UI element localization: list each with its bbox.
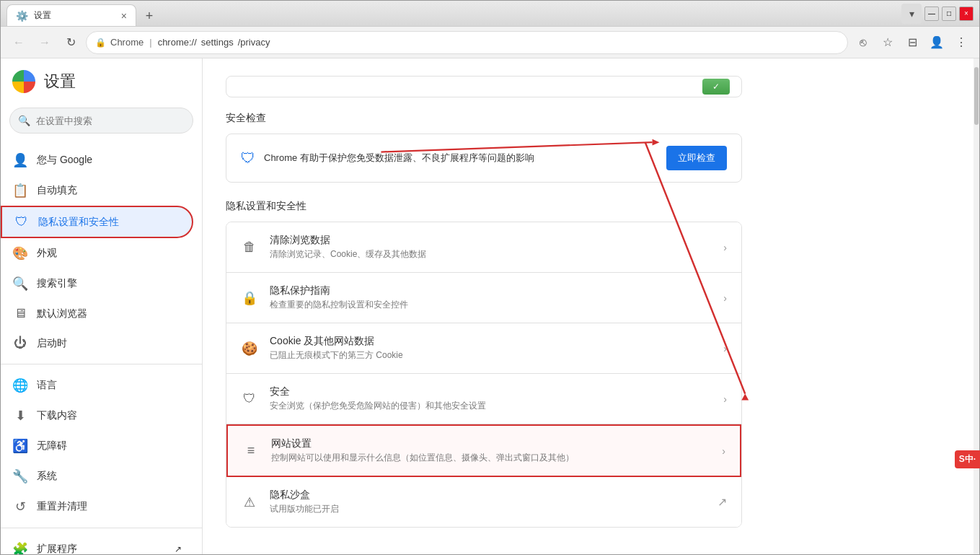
browser-icon: 🖥	[12, 306, 28, 321]
sidebar-item-google-account[interactable]: 👤 您与 Google	[1, 145, 193, 175]
item-content: 清除浏览数据 清除浏览记录、Cookie、缓存及其他数据	[270, 234, 712, 261]
sidebar-item-label: 重置并清理	[37, 500, 87, 513]
address-separator: |	[149, 37, 151, 48]
nav-actions: ⎋ ☆ ⊟ 👤 ⋮	[852, 32, 972, 53]
tab-area: ⚙️ 设置 × +	[6, 1, 899, 26]
sidebar-header: 设置	[1, 70, 202, 108]
back-button[interactable]: ←	[8, 32, 30, 53]
scrollbar-thumb[interactable]	[974, 67, 979, 125]
sidebar-item-label: 搜索引擎	[37, 277, 77, 290]
sidebar-item-extensions[interactable]: 🧩 扩展程序 ↗	[1, 534, 193, 554]
privacy-item-site-settings[interactable]: ≡ 网站设置 控制网站可以使用和显示什么信息（如位置信息、摄像头、弹出式窗口及其…	[226, 424, 741, 477]
sidebar-item-reset[interactable]: ↺ 重置并清理	[1, 491, 193, 522]
autofill-icon: 📋	[12, 183, 28, 198]
maximize-button[interactable]: □	[942, 6, 956, 21]
safety-check-card: 🛡 Chrome 有助于保护您免受数据泄露、不良扩展程序等问题的影响 立即检查	[226, 134, 742, 183]
tab-strip-dropdown[interactable]: ▾	[901, 4, 922, 24]
item-content: 网站设置 控制网站可以使用和显示什么信息（如位置信息、摄像头、弹出式窗口及其他）	[271, 437, 710, 464]
partial-top-card: ✓	[226, 76, 742, 97]
privacy-item-security[interactable]: 🛡 安全 安全浏览（保护您免受危险网站的侵害）和其他安全设置 ›	[226, 374, 741, 424]
title-bar-controls: ▾ — □ ×	[901, 4, 974, 24]
sidebar-divider-2	[1, 528, 202, 528]
sidebar-item-label: 默认浏览器	[37, 307, 87, 320]
accessibility-icon: ♿	[12, 438, 28, 454]
sidebar-item-accessibility[interactable]: ♿ 无障碍	[1, 431, 193, 461]
safety-check-text: Chrome 有助于保护您免受数据泄露、不良扩展程序等问题的影响	[264, 152, 534, 165]
privacy-item-clear-browsing[interactable]: 🗑 清除浏览数据 清除浏览记录、Cookie、缓存及其他数据 ›	[226, 222, 741, 273]
sidebar-item-downloads[interactable]: ⬇ 下载内容	[1, 401, 193, 431]
tab-close-button[interactable]: ×	[121, 10, 127, 22]
external-link-icon: ↗	[718, 495, 727, 509]
sidebar-search-container: 🔍	[9, 108, 193, 134]
sidebar-item-privacy[interactable]: 🛡 隐私设置和安全性	[1, 206, 193, 238]
scrollbar[interactable]	[974, 58, 979, 554]
privacy-section-title: 隐私设置和安全性	[226, 200, 742, 213]
menu-button[interactable]: ⋮	[950, 32, 972, 53]
item-content: Cookie 及其他网站数据 已阻止无痕模式下的第三方 Cookie	[270, 335, 712, 362]
partial-green-button[interactable]: ✓	[702, 79, 730, 95]
item-title: 隐私沙盒	[270, 489, 706, 502]
sidebar-item-appearance[interactable]: 🎨 外观	[1, 238, 193, 268]
item-title: 清除浏览数据	[270, 234, 712, 247]
settings-page-title: 设置	[44, 71, 76, 92]
sidebar-search-input[interactable]	[9, 108, 193, 134]
startup-icon: ⏻	[12, 336, 28, 351]
item-title: Cookie 及其他网站数据	[270, 335, 712, 348]
title-bar: ⚙️ 设置 × + ▾ — □ ×	[1, 1, 979, 27]
external-link-icon: ↗	[175, 544, 182, 554]
site-settings-icon: ≡	[242, 443, 260, 458]
privacy-item-privacy-sandbox[interactable]: ⚠ 隐私沙盒 试用版功能已开启 ↗	[226, 477, 741, 527]
item-content: 隐私沙盒 试用版功能已开启	[270, 489, 706, 515]
sidebar-item-search[interactable]: 🔍 搜索引擎	[1, 268, 193, 299]
sandbox-icon: ⚠	[241, 494, 258, 510]
sidebar-divider	[1, 364, 202, 364]
sidebar-item-label: 自动填充	[37, 184, 77, 197]
item-title: 隐私保护指南	[270, 284, 712, 297]
item-title: 安全	[270, 385, 712, 398]
nav-bar: ← → ↻ 🔒 Chrome | chrome://settings/priva…	[1, 27, 979, 58]
item-content: 安全 安全浏览（保护您免受危险网站的侵害）和其他安全设置	[270, 385, 712, 412]
address-bar[interactable]: 🔒 Chrome | chrome://settings/privacy	[86, 31, 848, 54]
sidebar-item-default-browser[interactable]: 🖥 默认浏览器	[1, 299, 193, 328]
split-screen-button[interactable]: ⊟	[901, 32, 923, 53]
item-desc: 已阻止无痕模式下的第三方 Cookie	[270, 349, 712, 362]
trash-icon: 🗑	[241, 240, 258, 255]
item-desc: 安全浏览（保护您免受危险网站的侵害）和其他安全设置	[270, 400, 712, 412]
minimize-button[interactable]: —	[924, 6, 939, 21]
account-button[interactable]: 👤	[926, 32, 948, 53]
shield-icon: 🛡	[14, 214, 30, 230]
sidebar-item-language[interactable]: 🌐 语言	[1, 370, 193, 401]
safety-check-button[interactable]: 立即检查	[666, 146, 727, 170]
window-close-button[interactable]: ×	[959, 6, 974, 21]
refresh-button[interactable]: ↻	[60, 32, 81, 53]
ime-badge: S中·	[955, 450, 980, 468]
safety-check-icon: 🛡	[241, 150, 255, 167]
sidebar-item-system[interactable]: 🔧 系统	[1, 461, 193, 491]
sidebar-item-label: 下载内容	[37, 409, 77, 422]
bookmark-button[interactable]: ☆	[877, 32, 899, 53]
privacy-guide-icon: 🔒	[241, 290, 258, 306]
sidebar-item-label: 外观	[37, 247, 57, 260]
sidebar-item-label: 启动时	[37, 337, 67, 350]
sidebar-item-label: 系统	[37, 470, 57, 483]
sidebar-item-label: 您与 Google	[37, 154, 92, 167]
share-button[interactable]: ⎋	[852, 32, 874, 53]
search-icon: 🔍	[12, 276, 28, 292]
chevron-right-icon: ›	[723, 343, 727, 354]
sidebar-item-autofill[interactable]: 📋 自动填充	[1, 175, 193, 206]
tab-favicon: ⚙️	[16, 10, 28, 22]
extensions-icon: 🧩	[12, 541, 28, 554]
chevron-right-icon: ›	[723, 242, 727, 253]
chevron-right-icon: ›	[723, 393, 727, 405]
privacy-item-cookies[interactable]: 🍪 Cookie 及其他网站数据 已阻止无痕模式下的第三方 Cookie ›	[226, 323, 741, 374]
appearance-icon: 🎨	[12, 245, 28, 261]
downloads-icon: ⬇	[12, 408, 28, 424]
sidebar-item-startup[interactable]: ⏻ 启动时	[1, 328, 193, 358]
system-icon: 🔧	[12, 468, 28, 484]
privacy-item-privacy-guide[interactable]: 🔒 隐私保护指南 检查重要的隐私控制设置和安全控件 ›	[226, 273, 741, 323]
item-desc: 试用版功能已开启	[270, 503, 706, 515]
forward-button[interactable]: →	[34, 32, 56, 53]
item-content: 隐私保护指南 检查重要的隐私控制设置和安全控件	[270, 284, 712, 311]
active-tab[interactable]: ⚙️ 设置 ×	[6, 4, 136, 26]
new-tab-button[interactable]: +	[139, 6, 159, 26]
